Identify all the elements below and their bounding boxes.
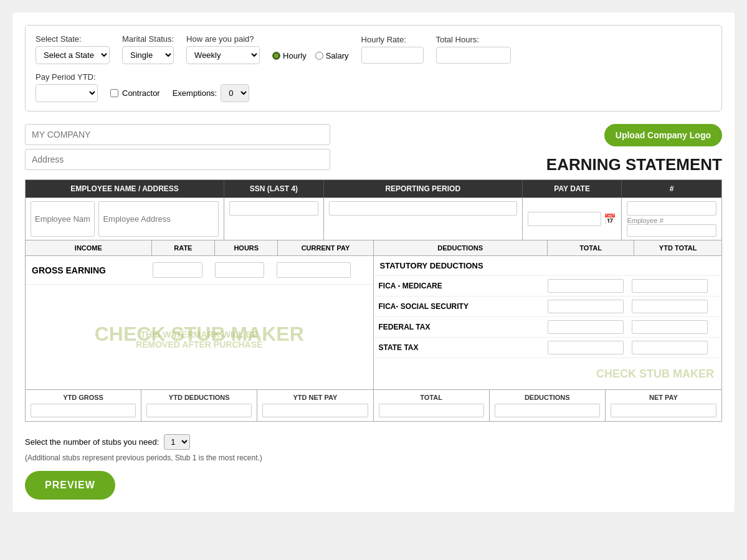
stub-col-employee: Employee Name / Address xyxy=(26,180,224,197)
how-paid-dropdown[interactable]: Weekly Bi-Weekly Semi-Monthly Monthly xyxy=(186,46,260,64)
reporting-period-input[interactable]: 06/05/2024 - 06/11/2024 xyxy=(329,201,517,216)
company-inputs xyxy=(25,124,330,170)
ytd-deductions-value[interactable]: 0.00 xyxy=(146,404,252,417)
how-paid-label: How are you paid? xyxy=(186,34,260,44)
ded-col-total: Total xyxy=(548,240,635,255)
watermark-sub2: REMOVED AFTER PURCHASE xyxy=(136,339,262,349)
ytd-deductions-col: YTD Deductions 0.00 xyxy=(141,390,257,421)
employee-name-address-cell xyxy=(26,198,224,240)
stub-footer: YTD Gross 0.00 YTD Deductions 0.00 YTD N… xyxy=(26,389,721,421)
stub-col-reporting: Reporting Period xyxy=(324,180,523,197)
stub-number-input[interactable]: 9693 xyxy=(627,201,716,216)
stub-table: Employee Name / Address SSN (Last 4) Rep… xyxy=(25,179,722,422)
hourly-rate-label: Hourly Rate: xyxy=(361,35,424,44)
stub-count-select[interactable]: 1 2 3 4 5 xyxy=(164,434,190,450)
contractor-checkbox[interactable] xyxy=(110,89,118,97)
upload-logo-button[interactable]: Upload Company Logo xyxy=(604,124,722,146)
deductions-col: Deductions nan xyxy=(490,390,606,421)
salary-label: Salary xyxy=(326,51,349,60)
how-paid-group: How are you paid? Weekly Bi-Weekly Semi-… xyxy=(186,34,260,64)
salary-radio[interactable] xyxy=(315,52,323,60)
federal-tax-ytd[interactable]: 0.00 xyxy=(632,320,708,334)
fica-medicare-ytd[interactable]: 0.00 xyxy=(632,279,708,293)
marital-status-group: Marital Status: Single Married xyxy=(122,34,174,64)
top-controls-panel: Select State: Select a State Marital Sta… xyxy=(25,25,722,112)
ded-col-deductions: Deductions xyxy=(374,240,548,255)
note-text: (Additional stubs represent previous per… xyxy=(25,453,722,462)
calendar-icon[interactable]: 📅 xyxy=(604,213,616,225)
stub-data-row: XXXX 06/05/2024 - 06/11/2024 06/12/2024 … xyxy=(26,197,721,240)
preview-button[interactable]: PREVIEW xyxy=(25,471,115,500)
stub-col-ssn: SSN (Last 4) xyxy=(224,180,324,197)
gross-row: GROSS EARNING 0 0.00 xyxy=(26,256,373,285)
pay-date-input[interactable]: 06/12/2024 xyxy=(528,212,602,226)
state-tax-ytd[interactable]: 0.00 xyxy=(632,341,708,354)
select-state-dropdown[interactable]: Select a State xyxy=(36,46,110,64)
ytd-gross-label: YTD Gross xyxy=(31,394,136,401)
state-tax-total[interactable]: nan xyxy=(548,341,624,354)
contractor-group: Contractor xyxy=(110,88,160,98)
select-state-group: Select State: Select a State xyxy=(36,34,110,64)
fica-ss-row: FICA- SOCIAL SECURITY 0.00 0.00 xyxy=(374,297,722,317)
fica-ss-ytd[interactable]: 0.00 xyxy=(632,300,708,313)
pay-period-ytd-dropdown[interactable] xyxy=(36,84,98,102)
gross-hours-input[interactable]: 0 xyxy=(215,262,264,278)
gross-current-pay-input[interactable]: 0.00 xyxy=(277,262,351,278)
hourly-rate-input[interactable]: 0 xyxy=(361,47,424,64)
employee-name-input[interactable] xyxy=(31,201,95,237)
deductions-panel: Deductions Total YTD Total STATUTORY DED… xyxy=(374,240,722,389)
ssn-input[interactable]: XXXX xyxy=(229,201,318,216)
fica-ss-total[interactable]: 0.00 xyxy=(548,300,624,313)
fica-medicare-label: FICA - MEDICARE xyxy=(379,282,548,290)
fica-ss-label: FICA- SOCIAL SECURITY xyxy=(379,302,548,311)
hourly-label: Hourly xyxy=(283,51,307,60)
stub-col-number: # xyxy=(622,180,721,197)
company-address-input[interactable] xyxy=(25,149,330,170)
income-panel: Income Rate Hours Current Pay GROSS EARN… xyxy=(26,240,374,389)
ytd-net-pay-value[interactable]: 0.00 xyxy=(262,404,368,417)
employee-address-input[interactable] xyxy=(98,201,219,237)
federal-tax-total[interactable]: nan xyxy=(548,320,624,334)
employee-hash-input[interactable] xyxy=(627,224,716,237)
deductions-footer-value[interactable]: nan xyxy=(495,404,600,417)
income-col-rate: Rate xyxy=(152,240,215,255)
earning-statement-title: EARNING STATEMENT xyxy=(546,155,722,174)
fica-medicare-total[interactable]: 0.00 xyxy=(548,279,624,293)
salary-radio-label[interactable]: Salary xyxy=(315,51,349,60)
gross-rate-input[interactable] xyxy=(153,262,202,278)
pay-type-group: Hourly Salary xyxy=(272,38,348,60)
deductions-header: Deductions Total YTD Total xyxy=(374,240,722,256)
reporting-period-cell: 06/05/2024 - 06/11/2024 xyxy=(324,198,523,240)
total-hours-input[interactable]: 0 xyxy=(436,47,511,64)
right-watermark: CHECK STUB MAKER xyxy=(596,368,714,381)
contractor-label: Contractor xyxy=(122,88,160,98)
hourly-radio[interactable] xyxy=(272,52,280,60)
marital-status-label: Marital Status: xyxy=(122,34,174,44)
federal-tax-row: FEDERAL TAX nan 0.00 xyxy=(374,317,722,338)
total-hours-group: Total Hours: 0 xyxy=(436,35,511,64)
stub-body: Income Rate Hours Current Pay GROSS EARN… xyxy=(26,240,721,389)
income-col-income: Income xyxy=(26,240,152,255)
pay-date-cell: 06/12/2024 📅 xyxy=(523,198,622,240)
deductions-footer-label: Deductions xyxy=(495,394,600,401)
ytd-gross-value[interactable]: 0.00 xyxy=(31,404,136,417)
gross-label: GROSS EARNING xyxy=(29,265,153,275)
watermark-container: CHECK STUB MAKER THIS WATERMARK WILL BE … xyxy=(26,285,373,384)
net-pay-value[interactable]: nan xyxy=(611,404,716,417)
exemptions-dropdown[interactable]: 0 1 2 3 4 5 xyxy=(221,84,249,102)
exemptions-label: Exemptions: xyxy=(173,88,217,98)
total-value[interactable]: 0.00 xyxy=(379,404,484,417)
hourly-radio-label[interactable]: Hourly xyxy=(272,51,307,60)
state-tax-row: STATE TAX nan 0.00 xyxy=(374,338,722,358)
company-name-input[interactable] xyxy=(25,124,330,145)
company-section: Upload Company Logo EARNING STATEMENT xyxy=(25,124,722,174)
total-col: Total 0.00 xyxy=(374,390,490,421)
pay-period-ytd-group: Pay Period YTD: xyxy=(36,72,98,102)
net-pay-label: Net Pay xyxy=(611,394,716,401)
employee-hash-label: Employee # xyxy=(627,217,716,224)
total-hours-label: Total Hours: xyxy=(436,35,511,44)
ded-col-ytd: YTD Total xyxy=(634,240,721,255)
ytd-gross-col: YTD Gross 0.00 xyxy=(26,390,141,421)
ssn-cell: XXXX xyxy=(224,198,324,240)
marital-status-dropdown[interactable]: Single Married xyxy=(122,46,174,64)
